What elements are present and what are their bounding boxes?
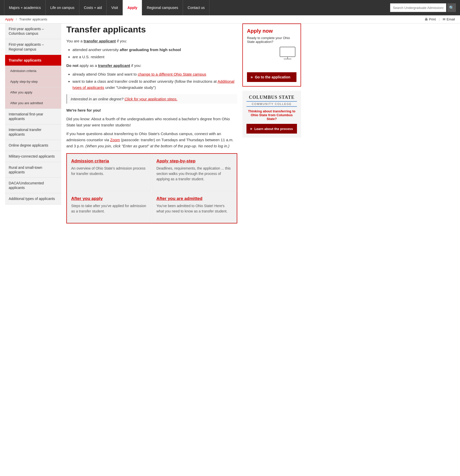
cards-grid: Admission criteria An overview of Ohio S… [66, 153, 237, 223]
page-title: Transfer applicants [66, 25, 237, 34]
change-campus-link[interactable]: change to a different Ohio State campus [138, 72, 206, 76]
breadcrumb-apply-link[interactable]: Apply [5, 17, 14, 21]
sidebar-item-daca[interactable]: DACA/Undocumented applicants [5, 178, 61, 193]
yes-bullet-1: attended another university after gradua… [72, 47, 237, 53]
interest-text: Interested in an online degree? [71, 97, 125, 101]
sidebar-item-online-degree[interactable]: Online degree applicants [5, 140, 61, 151]
card-admission-criteria-desc: An overview of Ohio State's admission pr… [71, 166, 147, 176]
nav-item-costs[interactable]: Costs + aid [79, 0, 107, 15]
breadcrumb-current: Transfer applicants [19, 17, 47, 21]
transfer-applicant-term-2: transfer applicant [98, 63, 130, 68]
right-sidebar: Apply now Ready to complete your Ohio St… [242, 23, 301, 223]
card-admission-criteria-title[interactable]: Admission criteria [71, 159, 147, 164]
top-navigation: Majors + academics Life on campus Costs … [0, 0, 460, 15]
print-link[interactable]: 🖶 Print [425, 17, 436, 21]
interest-link[interactable]: Click for your application steps. [125, 97, 178, 101]
do-not-paragraph: Do not apply as a transfer applicant if … [66, 63, 237, 69]
columbus-state-text: Thinking about transferring to Ohio Stat… [246, 109, 297, 121]
print-label: Print [429, 17, 436, 21]
columbus-state-name: Columbus State [246, 95, 297, 100]
card-after-admitted: After you are admitted You've been admit… [152, 191, 237, 223]
email-link[interactable]: ✉ Email [443, 17, 455, 21]
utility-separator: | [439, 17, 440, 21]
columbus-state-sub: Community College [246, 101, 297, 107]
sidebar: First-year applicants – Columbus campus … [5, 23, 61, 223]
sidebar-item-intl-transfer[interactable]: International transfer applicants [5, 124, 61, 140]
sidebar-item-intl-first-year[interactable]: International first-year applicants [5, 109, 61, 124]
search-button[interactable]: 🔍 [447, 3, 456, 12]
nav-item-visit[interactable]: Visit [107, 0, 123, 15]
card-after-apply: After you apply Steps to take after you'… [67, 191, 152, 223]
sidebar-item-admission-criteria[interactable]: Admission criteria [5, 66, 61, 77]
here-for-you-para2: If you have questions about transferring… [66, 131, 237, 149]
learn-process-button[interactable]: » Learn about the process [246, 124, 297, 134]
main-layout: First-year applicants – Columbus campus … [0, 23, 306, 234]
nav-item-contact[interactable]: Contact us [183, 0, 209, 15]
additional-applicants-link[interactable]: Additional types of applicants [72, 79, 234, 90]
card-after-apply-title[interactable]: After you apply [71, 196, 147, 201]
nav-items: Majors + academics Life on campus Costs … [4, 0, 390, 15]
email-icon: ✉ [443, 17, 445, 21]
card-after-admitted-title[interactable]: After you are admitted [156, 196, 232, 201]
monitor-icon [279, 46, 296, 63]
nav-item-life[interactable]: Life on campus [46, 0, 79, 15]
card-admission-criteria: Admission criteria An overview of Ohio S… [67, 154, 152, 191]
search-area: 🔍 [390, 3, 456, 12]
card-after-admitted-desc: You've been admitted to Ohio State! Here… [156, 203, 232, 214]
nav-item-majors[interactable]: Majors + academics [4, 0, 46, 15]
sidebar-item-apply-step[interactable]: Apply step-by-step [5, 77, 61, 87]
sidebar-item-military[interactable]: Military-connected applicants [5, 151, 61, 162]
main-content: Transfer applicants You are a transfer a… [66, 23, 237, 223]
transfer-applicant-term: transfer applicant [84, 39, 116, 43]
apply-now-button[interactable]: » Go to the application [247, 72, 296, 82]
apply-now-heading: Apply now [247, 28, 296, 34]
no-bullets: already attend Ohio State and want to ch… [66, 71, 237, 91]
zoom-link[interactable]: Zoom [110, 138, 120, 142]
sidebar-item-after-apply[interactable]: After you apply [5, 87, 61, 98]
email-label: Email [446, 17, 455, 21]
interest-box: Interested in an online degree? Click fo… [66, 94, 237, 104]
apply-now-box: Apply now Ready to complete your Ohio St… [242, 23, 301, 87]
apply-now-button-label: Go to the application [255, 75, 290, 79]
utility-bar: 🖶 Print | ✉ Email [425, 17, 455, 21]
no-bullet-1: already attend Ohio State and want to ch… [72, 71, 237, 77]
sidebar-item-after-admitted[interactable]: After you are admitted [5, 98, 61, 109]
nav-item-regional[interactable]: Regional campuses [142, 0, 183, 15]
sidebar-item-rural[interactable]: Rural and small-town applicants [5, 162, 61, 178]
here-for-you-italic: (When you join, click "Enter as guest" a… [85, 144, 229, 148]
intro-paragraph: You are a transfer applicant if you: [66, 38, 237, 44]
sidebar-item-first-year-regional[interactable]: First-year applicants – Regional campus [5, 39, 61, 55]
chevron-icon: » [251, 75, 253, 79]
nav-item-apply[interactable]: Apply [123, 0, 142, 15]
here-for-you-para1: Did you know: About a fourth of the unde… [66, 116, 237, 128]
breadcrumb: Apply / Transfer applicants [5, 17, 47, 21]
yes-bullets: attended another university after gradua… [66, 47, 237, 60]
sidebar-item-first-year-columbus[interactable]: First-year applicants – Columbus campus [5, 23, 61, 39]
yes-bullet-2: are a U.S. resident [72, 54, 237, 60]
card-apply-step: Apply step-by-step Deadlines, requiremen… [152, 154, 237, 191]
here-for-you-heading: We're here for you! [66, 107, 237, 113]
card-apply-step-title[interactable]: Apply step-by-step [156, 159, 232, 164]
card-apply-step-desc: Deadlines, requirements, the application… [156, 166, 232, 182]
card-after-apply-desc: Steps to take after you've applied for a… [71, 203, 147, 214]
no-bullet-2: want to take a class and transfer credit… [72, 78, 237, 91]
print-icon: 🖶 [425, 17, 428, 21]
apply-now-text: Ready to complete your Ohio State applic… [247, 36, 296, 44]
chevron-icon-2: » [250, 126, 252, 131]
breadcrumb-separator: / [16, 17, 17, 21]
sidebar-item-additional[interactable]: Additional types of applicants [5, 193, 61, 204]
columbus-state-box: Columbus State Community College Thinkin… [242, 91, 301, 138]
sidebar-item-transfer[interactable]: Transfer applicants [5, 55, 61, 66]
search-input[interactable] [390, 3, 446, 12]
do-not-text: Do not [66, 63, 78, 68]
learn-process-label: Learn about the process [254, 127, 293, 131]
svg-rect-0 [280, 47, 295, 57]
